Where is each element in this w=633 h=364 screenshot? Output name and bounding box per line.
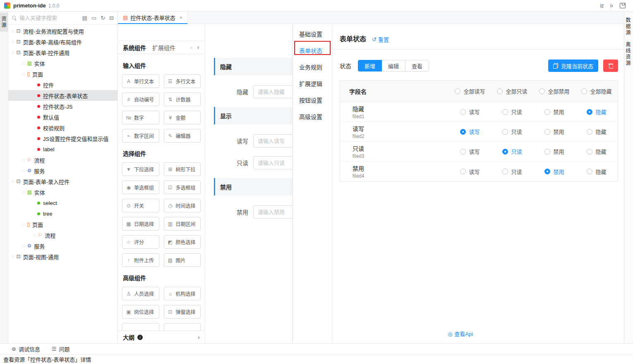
radio-option-隐藏[interactable]: 隐藏 [587,128,606,136]
radio-option-禁用[interactable]: 禁用 [544,168,564,176]
step-icon-2[interactable]: i› [610,3,613,9]
settings-nav-高级设置[interactable]: 高级设置 [293,108,332,125]
radio-icon[interactable] [544,109,550,115]
tree-item-控件状态-表单状态[interactable]: 控件状态-表单状态 [8,90,117,101]
locate-icon[interactable]: ▤ [82,15,87,21]
palette-item-日期选择[interactable]: ▦日期选择 [122,217,159,231]
radio-icon[interactable] [581,88,587,94]
radio-option-隐藏[interactable]: 隐藏 [587,148,606,155]
palette-item-多行文本[interactable]: ☰多行文本 [164,74,201,88]
clone-state-button[interactable]: 克隆当前状态 [548,59,598,72]
palette-item-计数器[interactable]: ⇅计数器 [164,93,201,106]
tree-item-tree[interactable]: tree [8,208,117,219]
radio-option-禁用[interactable]: 禁用 [544,148,564,155]
palette-item-partial[interactable] [164,323,201,331]
radio-icon[interactable] [497,88,503,94]
outline-bar[interactable]: 大纲 i › [118,331,205,343]
search-input[interactable] [19,15,79,21]
radio-option-隐藏[interactable]: 隐藏 [587,108,606,116]
radio-option-隐藏[interactable]: 隐藏 [587,168,606,176]
palette-item-下拉选择[interactable]: ▼下拉选择 [122,162,159,176]
palette-tab-系统组件[interactable]: 系统组件 [123,43,146,52]
radio-icon[interactable] [544,149,550,155]
palette-item-图片[interactable]: ▨图片 [164,253,201,267]
delete-state-button[interactable] [603,59,618,72]
tree-item-实体[interactable]: ∷▤实体 [8,58,117,69]
tree-item-流程-业务流程配置与使用[interactable]: ∷⊡流程-业务流程配置与使用 [8,26,117,36]
palette-item-partial[interactable] [122,323,159,331]
right-rail-tab-数据源[interactable]: 数据源 [624,17,633,36]
form-field-input-只读[interactable] [253,156,293,169]
radio-icon[interactable] [587,129,592,135]
radio-icon[interactable] [544,169,550,174]
tree-item-页面-表单-高级/布局组件[interactable]: ∷⊡页面-表单-高级/布局组件 [8,36,117,47]
tree-item-label[interactable]: label [8,144,117,155]
radio-icon[interactable] [539,88,545,94]
reset-button[interactable]: ↺ 重置 [372,36,389,43]
palette-item-单选框组[interactable]: ◉单选框组 [122,181,159,194]
chevron-right-icon[interactable]: › [198,334,200,340]
folder-icon[interactable]: ▭ [91,15,96,21]
palette-item-评分[interactable]: ☆评分 [122,235,159,249]
radio-option-只读[interactable]: 只读 [502,128,522,136]
radio-icon[interactable] [587,149,592,155]
palette-item-编辑器[interactable]: ✎编辑器 [164,129,201,143]
tree-item-流程[interactable]: ∷⚐流程 [8,230,117,240]
settings-nav-扩展逻辑[interactable]: 扩展逻辑 [293,75,332,92]
bulk-option-全部读写[interactable]: 全部读写 [455,87,485,95]
palette-item-多选框组[interactable]: ☑多选框组 [164,181,201,194]
radio-icon[interactable] [460,109,466,115]
radio-icon[interactable] [460,129,466,135]
bottom-bar-问题[interactable]: ☰问题 [52,345,70,353]
radio-option-读写[interactable]: 读写 [460,128,480,136]
palette-item-人员选择[interactable]: ♙人员选择 [122,287,159,300]
palette-item-附件上传[interactable]: ↑附件上传 [122,253,159,267]
tree-item-控件状态-JS[interactable]: 控件状态-JS [8,101,117,112]
radio-icon[interactable] [460,169,466,174]
palette-item-机构选择[interactable]: ⌂机构选择 [164,287,201,300]
palette-item-时间选择[interactable]: ◷时间选择 [164,199,201,212]
state-button-编辑[interactable]: 编辑 [381,60,405,71]
save-icon[interactable] [620,3,626,8]
palette-item-颜色选择[interactable]: ◩颜色选择 [164,235,201,249]
tree-item-页面-表单-录入控件[interactable]: ∷⊡页面-表单-录入控件 [8,176,117,187]
refresh-icon[interactable]: ↻ [101,15,105,21]
radio-option-禁用[interactable]: 禁用 [544,108,564,116]
radio-option-读写[interactable]: 读写 [460,108,480,116]
palette-item-岗位选择[interactable]: ▣岗位选择 [122,305,159,319]
tree-item-服务[interactable]: ∷⚙服务 [8,165,117,176]
settings-nav-按钮设置[interactable]: 按钮设置 [293,92,332,108]
tree-item-页面-视图-通用[interactable]: ∷⊡页面-视图-通用 [8,251,117,262]
view-api-link[interactable]: ◎查看Api [332,330,588,338]
bulk-option-全部隐藏[interactable]: 全部隐藏 [581,87,611,95]
radio-icon[interactable] [460,149,466,155]
palette-item-数字[interactable]: №数字 [122,111,159,124]
radio-icon[interactable] [502,129,508,135]
radio-icon[interactable] [544,129,550,135]
radio-icon[interactable] [587,169,592,174]
form-field-input-读写[interactable] [253,134,293,148]
palette-tab-扩展组件[interactable]: 扩展组件 [152,43,175,52]
bulk-option-全部只读[interactable]: 全部只读 [497,87,527,95]
rail-tab-resources[interactable]: 资源 [0,13,8,32]
radio-option-只读[interactable]: 只读 [502,108,522,116]
tree-item-页面-表单-控件通用[interactable]: ∷⊡页面-表单-控件通用 [8,47,117,58]
radio-icon[interactable] [502,169,508,174]
state-button-新增[interactable]: 新增 [358,60,382,71]
palette-item-树形下拉[interactable]: ⊞树形下拉 [164,162,201,176]
bottom-bar-调试信息[interactable]: ⊚调试信息 [12,345,40,353]
palette-item-单行文本[interactable]: A单行文本 [122,74,159,88]
chevron-down-icon[interactable]: ∨ [197,45,200,50]
settings-nav-表单状态[interactable]: 表单状态 [293,42,332,59]
tree-item-页面[interactable]: ∷▯页面 [8,69,117,79]
radio-icon[interactable] [502,149,508,155]
tree-item-页面[interactable]: ∷▯页面 [8,219,117,230]
tab-close-icon[interactable]: × [180,14,183,21]
bulk-option-全部禁用[interactable]: 全部禁用 [539,87,569,95]
tree-item-实体[interactable]: ∷▤实体 [8,187,117,197]
tree-item-控件[interactable]: 控件 [8,79,117,90]
radio-option-读写[interactable]: 读写 [460,148,480,155]
right-rail-tab-离线资源[interactable]: 离线资源 [624,42,633,67]
palette-item-弹窗选择[interactable]: ⊡弹窗选择 [164,305,201,319]
palette-item-自动编号[interactable]: #自动编号 [122,93,159,106]
